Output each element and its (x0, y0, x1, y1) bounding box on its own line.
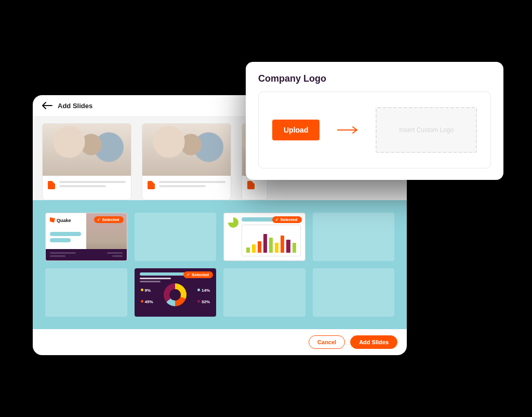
page-title: Add Slides (58, 102, 92, 110)
presentation-meta (43, 176, 131, 197)
document-icon (48, 181, 55, 189)
selected-badge: Selected (272, 216, 302, 223)
bar-chart (242, 225, 301, 256)
donut-chart (164, 283, 187, 306)
company-logo-card: Company Logo Upload Insert Custom Logo (246, 62, 503, 180)
slide-thumbnail[interactable] (313, 268, 395, 317)
presentation-card[interactable] (142, 123, 231, 200)
slide-gallery: Selected Quake Selected Selected 9% 45% … (33, 200, 407, 329)
slide-thumbnail[interactable] (45, 268, 127, 317)
chart-stat: 9% (141, 288, 151, 293)
presentation-meta (142, 176, 231, 197)
window-footer: Cancel Add Slides (33, 329, 407, 355)
slide-thumbnail[interactable] (313, 213, 395, 261)
slide-thumbnail[interactable]: Selected Quake (45, 213, 127, 261)
slide-thumbnail[interactable]: Selected 9% 45% 14% 32% (135, 268, 217, 317)
slide-thumbnail[interactable] (223, 268, 305, 317)
card-title: Company Logo (258, 73, 491, 84)
logo-upload-box: Upload Insert Custom Logo (258, 92, 491, 168)
presentation-thumbnail (142, 124, 231, 176)
back-arrow-icon[interactable] (42, 102, 52, 109)
selected-badge: Selected (94, 216, 124, 223)
logo-dropzone[interactable]: Insert Custom Logo (376, 107, 477, 153)
document-icon (247, 181, 255, 189)
pie-icon (228, 217, 238, 228)
brand-logo: Quake (50, 217, 71, 223)
upload-button[interactable]: Upload (272, 120, 320, 140)
add-slides-button[interactable]: Add Slides (350, 335, 397, 349)
chart-stat: 32% (197, 299, 210, 304)
chart-stat: 14% (197, 288, 210, 293)
document-icon (148, 181, 155, 189)
slide-thumbnail[interactable] (135, 213, 217, 261)
chart-stat: 45% (141, 299, 153, 304)
arrow-right-icon (337, 126, 358, 134)
slide-thumbnail[interactable]: Selected (223, 213, 305, 261)
selected-badge: Selected (183, 271, 213, 278)
cancel-button[interactable]: Cancel (309, 335, 345, 349)
presentation-card[interactable] (42, 123, 131, 200)
presentation-thumbnail (43, 124, 131, 176)
